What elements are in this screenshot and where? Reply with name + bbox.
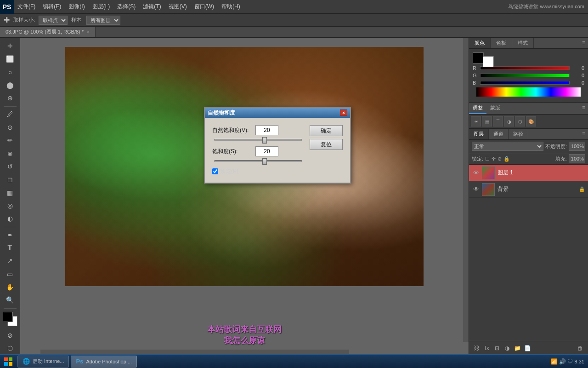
brightness-adjust-icon[interactable]: ☀: [471, 116, 481, 126]
layer-new-button[interactable]: 📄: [522, 343, 532, 353]
layer-style-button[interactable]: fx: [482, 343, 492, 353]
quick-select-tool[interactable]: ⬤: [3, 79, 17, 91]
layer-group-button[interactable]: 📁: [512, 343, 522, 353]
color-boxes[interactable]: [3, 312, 17, 326]
foreground-swatch[interactable]: [473, 52, 484, 63]
layer-delete-button[interactable]: 🗑: [575, 343, 585, 353]
quick-mask-btn[interactable]: ⊘: [3, 329, 17, 341]
brush-tool[interactable]: ✏: [3, 134, 17, 147]
tab-channels[interactable]: 通道: [489, 129, 509, 139]
saturation-slider-container: [212, 160, 304, 162]
tray-icons: 📶 🔊 🛡: [551, 358, 573, 365]
lock-row: 锁定: ☐ ✛ ⊘ 🔒 填充:: [469, 153, 588, 165]
b-slider[interactable]: [480, 81, 570, 85]
layers-panel-menu[interactable]: ≡: [579, 129, 588, 139]
hand-tool[interactable]: ✋: [3, 281, 17, 293]
heal-tool[interactable]: ⊙: [3, 121, 17, 133]
dialog-title: 自然饱和度: [208, 109, 235, 117]
pen-tool[interactable]: ✒: [3, 229, 17, 241]
crop-tool[interactable]: ⊕: [3, 92, 17, 104]
hsl-adjust-icon[interactable]: 🎨: [526, 116, 536, 126]
tab-color[interactable]: 颜色: [469, 38, 491, 48]
type-tool[interactable]: T: [3, 242, 17, 254]
preview-label[interactable]: 预览(P): [220, 167, 238, 175]
layer-mask-button[interactable]: ⊡: [492, 343, 502, 353]
menu-view[interactable]: 视图(V): [165, 0, 191, 13]
gradient-tool[interactable]: ▦: [3, 186, 17, 199]
preview-checkbox[interactable]: [212, 168, 218, 174]
background-swatch[interactable]: [483, 56, 494, 67]
sample-select[interactable]: 所有图层: [86, 16, 120, 25]
menu-layer[interactable]: 图层(L): [89, 0, 114, 13]
menu-edit[interactable]: 编辑(E): [39, 0, 65, 13]
menu-file[interactable]: 文件(F): [14, 0, 39, 13]
tab-layers[interactable]: 图层: [469, 129, 489, 139]
tab-close-button[interactable]: ×: [86, 29, 89, 35]
g-slider[interactable]: [480, 74, 570, 77]
taskbar-photoshop-item[interactable]: Ps Adobe Photoshop ...: [71, 356, 137, 368]
layer-item-2[interactable]: 👁 背景 🔒: [469, 181, 588, 198]
exposure-adjust-icon[interactable]: ◑: [504, 116, 514, 126]
start-button[interactable]: [0, 355, 17, 368]
vibrance-adjust-icon[interactable]: ⬡: [515, 116, 525, 126]
fill-input[interactable]: [569, 154, 585, 163]
lasso-tool[interactable]: ⌕: [3, 66, 17, 78]
dialog-close-button[interactable]: ×: [340, 109, 347, 116]
dialog-left: 自然饱和度(V): 饱和度(S):: [212, 125, 306, 175]
lock-pixel-icon[interactable]: ⊘: [498, 156, 502, 162]
vibrance-slider-thumb[interactable]: [262, 137, 267, 144]
tab-adjustments[interactable]: 调整: [469, 103, 486, 114]
history-brush[interactable]: ↺: [3, 160, 17, 172]
screen-mode-btn[interactable]: ⬡: [3, 342, 17, 355]
reset-button[interactable]: 复位: [310, 139, 343, 150]
tab-swatches[interactable]: 色板: [491, 38, 512, 48]
shape-tool[interactable]: ▭: [3, 268, 17, 280]
saturation-input[interactable]: [255, 146, 278, 156]
confirm-button[interactable]: 确定: [310, 125, 343, 136]
menu-image[interactable]: 图像(I): [65, 0, 88, 13]
menu-select[interactable]: 选择(S): [113, 0, 139, 13]
clone-tool[interactable]: ⊗: [3, 147, 17, 160]
lock-all-icon[interactable]: 🔒: [503, 156, 510, 162]
layer-1-visibility-icon[interactable]: 👁: [472, 169, 480, 176]
menu-help[interactable]: 帮助(H): [218, 0, 244, 13]
taskbar-internet-item[interactable]: 🌐 启动 Interne...: [17, 356, 69, 368]
menu-filter[interactable]: 滤镜(T): [139, 0, 164, 13]
zoom-tool[interactable]: 🔍: [3, 294, 17, 306]
dodge-tool[interactable]: ◐: [3, 213, 17, 225]
vibrance-input[interactable]: [255, 125, 278, 135]
layer-2-visibility-icon[interactable]: 👁: [472, 186, 480, 193]
vertical-scrollbar[interactable]: [463, 38, 469, 342]
dialog-title-bar[interactable]: 自然饱和度 ×: [205, 108, 350, 118]
eyedropper-tool[interactable]: 🖊: [3, 108, 17, 121]
marquee-tool[interactable]: ⬜: [3, 52, 17, 65]
document-tab[interactable]: 03.JPG @ 100% (图层 1, RGB/8) * ×: [0, 27, 96, 37]
saturation-slider-thumb[interactable]: [262, 158, 267, 165]
tab-paths[interactable]: 路径: [509, 129, 528, 139]
foreground-color-box[interactable]: [3, 312, 13, 322]
layer-link-button[interactable]: ⛓: [472, 343, 482, 353]
move-tool[interactable]: ✛: [3, 40, 17, 52]
blend-mode-select[interactable]: 正常: [472, 142, 543, 151]
tab-masks[interactable]: 蒙版: [486, 103, 504, 114]
color-panel-menu[interactable]: ≡: [579, 38, 588, 48]
lock-move-icon[interactable]: ✛: [492, 156, 496, 162]
levels-adjust-icon[interactable]: ▤: [482, 116, 492, 126]
layer-adjust-button[interactable]: ◑: [502, 343, 512, 353]
vibrance-slider-container: [212, 139, 304, 141]
color-spectrum-ramp[interactable]: [476, 87, 581, 97]
path-select-tool[interactable]: ↗: [3, 255, 17, 267]
adjust-panel-menu[interactable]: ≡: [579, 103, 588, 114]
sample-size-select[interactable]: 取样点: [39, 16, 68, 25]
opacity-input[interactable]: [569, 142, 585, 151]
tab-styles[interactable]: 样式: [512, 38, 534, 48]
layer-item-1[interactable]: 👁 图层 1: [469, 165, 588, 181]
curves-adjust-icon[interactable]: ⌒: [493, 116, 503, 126]
vibrance-slider-track[interactable]: [215, 139, 302, 141]
blur-tool[interactable]: ◎: [3, 199, 17, 212]
menu-window[interactable]: 窗口(W): [191, 0, 218, 13]
layer-1-name: 图层 1: [498, 169, 585, 177]
eraser-tool[interactable]: ◻: [3, 173, 17, 186]
lock-checkbox-icon[interactable]: ☐: [485, 156, 490, 162]
saturation-slider-track[interactable]: [215, 160, 302, 162]
